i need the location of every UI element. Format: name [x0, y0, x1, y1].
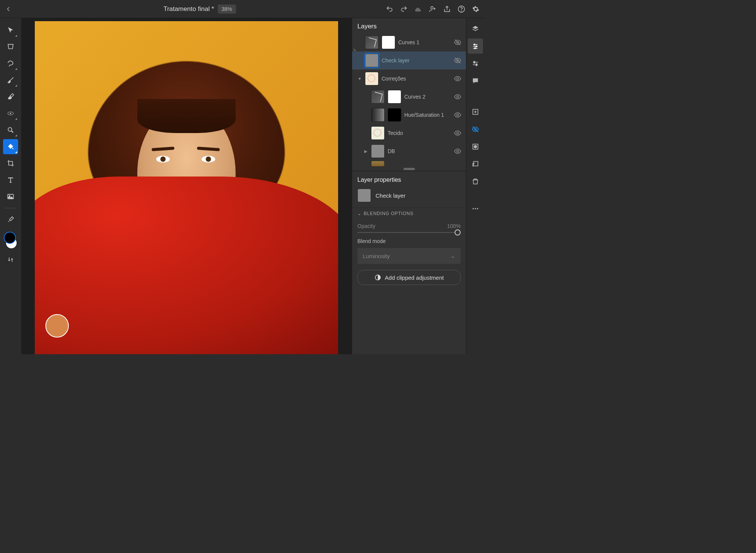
undo-icon[interactable]: [386, 5, 393, 13]
eraser-tool-icon[interactable]: [3, 89, 18, 104]
svg-rect-41: [473, 161, 478, 166]
crop-tool-icon[interactable]: [3, 156, 18, 171]
move-tool-icon[interactable]: [3, 23, 18, 38]
opacity-slider[interactable]: [357, 232, 461, 233]
group-thumb-icon: [365, 72, 379, 85]
layer-row[interactable]: ↳ Curves 1: [352, 33, 466, 51]
visibility-on-icon[interactable]: [454, 75, 462, 82]
canvas[interactable]: [35, 21, 338, 354]
properties-icon[interactable]: [468, 39, 483, 54]
svg-point-27: [475, 46, 477, 47]
opacity-value: 100%: [447, 223, 461, 229]
layer-name: Hue/Saturation 1: [404, 112, 451, 118]
svg-point-21: [457, 132, 459, 134]
svg-point-0: [431, 6, 433, 9]
layer-name: Correções: [382, 76, 451, 82]
svg-point-8: [10, 113, 11, 114]
heal-tool-icon[interactable]: [3, 106, 18, 121]
chevron-down-icon: ⌄: [357, 211, 362, 216]
layer-mask-icon: [388, 90, 401, 104]
layer-name: Curves 1: [398, 39, 451, 45]
layer-mask-icon: [388, 108, 401, 122]
visibility-on-icon[interactable]: [454, 129, 462, 137]
eyedropper-tool-icon[interactable]: [3, 212, 18, 227]
share-icon[interactable]: [443, 5, 451, 13]
comments-icon[interactable]: [468, 73, 483, 88]
help-icon[interactable]: [458, 5, 465, 13]
layer-name: Check layer: [382, 57, 451, 64]
swap-colors-icon[interactable]: [3, 252, 18, 267]
svg-point-22: [457, 150, 459, 152]
canvas-area[interactable]: [21, 18, 352, 354]
svg-point-19: [457, 96, 459, 98]
clip-icon[interactable]: [468, 156, 483, 172]
layer-name: DB: [388, 148, 451, 154]
add-layer-icon[interactable]: [468, 104, 483, 119]
visibility-off-icon[interactable]: [454, 39, 462, 46]
brush-tool-icon[interactable]: [3, 73, 18, 88]
disclosure-icon[interactable]: ▼: [357, 76, 362, 81]
visibility-off-icon[interactable]: [454, 57, 462, 64]
properties-title: Layer properties: [352, 171, 466, 187]
layer-row[interactable]: Tecido: [352, 124, 466, 142]
svg-point-11: [12, 148, 13, 149]
adjustment-icon: [374, 274, 381, 281]
svg-line-10: [12, 131, 13, 133]
svg-point-5: [461, 11, 462, 11]
svg-point-40: [474, 146, 477, 148]
disclosure-icon[interactable]: ▶: [363, 149, 368, 154]
chevron-down-icon: ⌄: [450, 252, 455, 259]
svg-point-20: [457, 114, 459, 116]
layer-row[interactable]: Curves 2: [352, 88, 466, 106]
layer-name: Tecido: [388, 130, 451, 136]
header-bar: Tratamento final * 38%: [0, 0, 484, 18]
svg-point-9: [8, 127, 12, 131]
zoom-badge[interactable]: 38%: [218, 5, 236, 14]
toolbar-left: [0, 18, 21, 354]
blend-mode-select[interactable]: Luminosity ⌄: [357, 248, 461, 264]
settings-icon[interactable]: [472, 5, 480, 13]
svg-rect-33: [476, 64, 477, 66]
delete-icon[interactable]: [468, 174, 483, 189]
blending-options-header[interactable]: ⌄ BLENDING OPTIONS: [352, 208, 466, 219]
layer-thumb-icon: [371, 161, 385, 167]
back-button[interactable]: [5, 5, 14, 13]
panel-strip-right: [466, 18, 484, 354]
scrollbar-thumb[interactable]: [404, 168, 415, 170]
color-swatches[interactable]: [3, 232, 18, 249]
invite-icon[interactable]: [429, 5, 436, 13]
hide-layer-icon[interactable]: [468, 122, 483, 137]
fill-tool-icon[interactable]: [3, 139, 18, 154]
cloud-icon[interactable]: [414, 5, 422, 13]
transform-tool-icon[interactable]: [3, 39, 18, 54]
layer-row-group[interactable]: ▶ DB: [352, 142, 466, 160]
type-tool-icon[interactable]: [3, 172, 18, 187]
magnify-tool-icon[interactable]: [3, 122, 18, 138]
mask-icon[interactable]: [468, 139, 483, 154]
props-layer-name: Check layer: [376, 192, 405, 199]
visibility-on-icon[interactable]: [454, 111, 462, 119]
visibility-on-icon[interactable]: [454, 93, 462, 101]
place-image-icon[interactable]: [3, 189, 18, 204]
layer-row-group[interactable]: ▼ Correções: [352, 70, 466, 88]
svg-point-18: [457, 78, 459, 80]
foreground-color[interactable]: [4, 232, 16, 244]
clip-indicator-icon: ↳: [353, 47, 357, 53]
layer-thumb-icon: [365, 54, 379, 67]
blend-mode-label: Blend mode: [352, 238, 466, 246]
layer-row[interactable]: Hue/Saturation 1: [352, 106, 466, 124]
layer-thumb-icon: [371, 126, 385, 140]
svg-point-44: [477, 208, 478, 209]
adjustments-icon[interactable]: [468, 56, 483, 71]
layer-mask-icon: [382, 36, 395, 49]
layer-row[interactable]: Check layer: [352, 51, 466, 70]
visibility-on-icon[interactable]: [454, 147, 462, 155]
layer-row[interactable]: [352, 160, 466, 167]
brush-preview-circle: [45, 314, 69, 338]
redo-icon[interactable]: [400, 5, 408, 13]
add-clipped-adjustment-button[interactable]: Add clipped adjustment: [357, 270, 461, 285]
layer-icon[interactable]: [468, 21, 483, 36]
lasso-tool-icon[interactable]: [3, 56, 18, 71]
opacity-label: Opacity: [357, 223, 375, 229]
more-icon[interactable]: [468, 201, 483, 216]
